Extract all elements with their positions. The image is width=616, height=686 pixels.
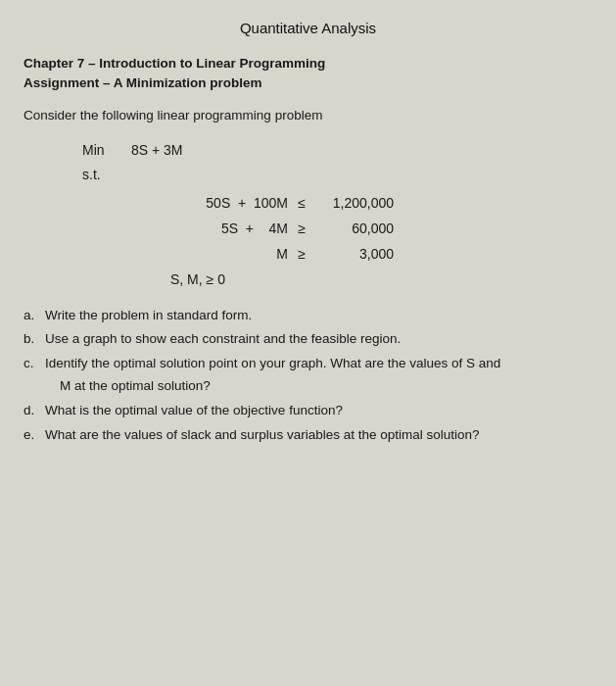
q-d-text: What is the optimal value of the objecti…: [45, 400, 592, 422]
constraint-row-3: M ≥ 3,000: [170, 242, 592, 268]
q-d-label: d.: [24, 400, 45, 422]
c2-expr: 5S + 4M: [170, 217, 288, 242]
q-c-label: c.: [24, 353, 45, 375]
c1-rhs: 1,200,000: [315, 191, 394, 217]
c3-expr: M: [170, 242, 288, 268]
q-a-text: Write the problem in standard form.: [45, 305, 592, 327]
chapter-line1: Chapter 7 – Introduction to Linear Progr…: [24, 54, 592, 74]
q-e-label: e.: [24, 424, 45, 447]
page-title: Quantitative Analysis: [24, 20, 592, 36]
q-a-label: a.: [24, 305, 45, 327]
lp-min-label: Min: [82, 138, 131, 163]
c3-rhs: 3,000: [315, 242, 394, 268]
lp-constraints: 50S + 100M ≤ 1,200,000 5S + 4M ≥ 60,000 …: [170, 191, 592, 268]
intro-text: Consider the following linear programmin…: [24, 108, 592, 122]
chapter-line2: Assignment – A Minimization problem: [24, 74, 592, 93]
c1-expr: 50S + 100M: [170, 191, 288, 217]
c2-sign: ≥: [288, 217, 315, 242]
page: Quantitative Analysis Chapter 7 – Introd…: [0, 0, 616, 686]
question-a: a. Write the problem in standard form.: [24, 305, 592, 327]
chapter-heading: Chapter 7 – Introduction to Linear Progr…: [24, 54, 592, 94]
c2-rhs: 60,000: [315, 217, 394, 242]
lp-block: Min 8S + 3M s.t. 50S + 100M ≤ 1,200,000 …: [82, 138, 592, 287]
lp-objective: 8S + 3M: [131, 138, 183, 163]
constraint-row-1: 50S + 100M ≤ 1,200,000: [170, 191, 592, 217]
c3-sign: ≥: [288, 242, 315, 268]
question-b: b. Use a graph to show each constraint a…: [24, 328, 592, 351]
q-e-text: What are the values of slack and surplus…: [45, 424, 592, 447]
q-c-text: Identify the optimal solution point on y…: [45, 353, 592, 398]
non-negativity: S, M, ≥ 0: [170, 271, 592, 287]
lp-st-label: s.t.: [82, 163, 131, 187]
lp-min-row: Min 8S + 3M: [82, 138, 592, 163]
constraint-row-2: 5S + 4M ≥ 60,000: [170, 217, 592, 242]
q-b-text: Use a graph to show each constraint and …: [45, 328, 592, 351]
lp-st-row: s.t.: [82, 163, 592, 187]
q-b-label: b.: [24, 328, 45, 351]
question-e: e. What are the values of slack and surp…: [24, 424, 592, 447]
question-c: c. Identify the optimal solution point o…: [24, 353, 592, 398]
question-d: d. What is the optimal value of the obje…: [24, 400, 592, 422]
c1-sign: ≤: [288, 191, 315, 217]
questions-list: a. Write the problem in standard form. b…: [24, 305, 592, 448]
